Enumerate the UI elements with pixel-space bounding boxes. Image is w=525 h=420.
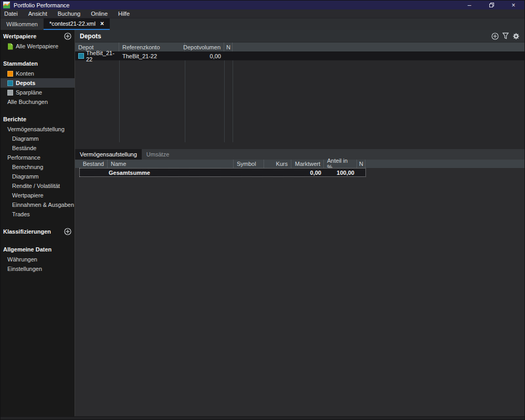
depots-square-icon bbox=[7, 80, 13, 86]
restore-button[interactable] bbox=[480, 1, 502, 9]
column-header-symbol[interactable]: Symbol bbox=[234, 160, 264, 168]
add-circle-icon[interactable] bbox=[64, 33, 71, 40]
sidebar-item-waehrungen[interactable]: Währungen bbox=[1, 255, 75, 264]
item-label: Bestände bbox=[12, 145, 36, 151]
window-controls: – × bbox=[458, 1, 524, 9]
item-label: Konten bbox=[16, 70, 34, 77]
window-bottom-edge bbox=[1, 416, 524, 419]
panel-title: Depots bbox=[80, 33, 101, 40]
column-divider bbox=[233, 51, 233, 142]
menu-hilfe[interactable]: Hilfe bbox=[113, 10, 135, 17]
gear-icon[interactable] bbox=[512, 33, 520, 40]
window-title: Portfolio Performance bbox=[14, 2, 69, 8]
column-header-filler bbox=[365, 160, 524, 168]
tab-contest-file-label: *contest21-22.xml bbox=[49, 20, 96, 27]
depots-table-header: Depot Referenzkonto Depotvolumen N bbox=[75, 43, 524, 51]
depot-square-icon bbox=[78, 53, 84, 59]
column-header-note[interactable]: N bbox=[224, 43, 233, 51]
item-label: Rendite / Volatilität bbox=[12, 183, 60, 189]
item-label: Diagramm bbox=[12, 135, 39, 142]
sidebar-item-bestaende[interactable]: Bestände bbox=[1, 143, 75, 153]
item-label: Wertpapiere bbox=[12, 192, 44, 198]
app-window: Portfolio Performance – × Datei Ansicht … bbox=[0, 0, 525, 420]
cell-referenzkonto: TheBit_21-22 bbox=[119, 51, 185, 60]
table-row-thebit[interactable]: TheBit_21-22 TheBit_21-22 0,00 bbox=[75, 51, 524, 60]
sidebar-item-berechnung[interactable]: Berechnung bbox=[1, 162, 75, 172]
total-marktwert: 0,00 bbox=[310, 170, 321, 176]
column-header-note2[interactable]: N bbox=[357, 160, 365, 168]
sidebar-item-alle-buchungen[interactable]: Alle Buchungen bbox=[1, 97, 75, 107]
sidebar-section-wertpapiere: Wertpapiere bbox=[1, 31, 75, 41]
filter-icon[interactable] bbox=[502, 33, 509, 39]
sidebar-item-rendite-volatilitaet[interactable]: Rendite / Volatilität bbox=[1, 181, 75, 191]
column-header-depotvolumen[interactable]: Depotvolumen bbox=[185, 43, 224, 51]
item-label: Depots bbox=[16, 80, 35, 86]
item-label: Performance bbox=[7, 154, 40, 161]
section-label: Allgemeine Daten bbox=[3, 246, 51, 253]
sidebar-item-performance[interactable]: Performance bbox=[1, 153, 75, 162]
sidebar-item-vermoegensaufstellung[interactable]: Vermögensaufstellung bbox=[1, 124, 75, 134]
tab-contest-file[interactable]: *contest21-22.xml × bbox=[44, 18, 110, 30]
sidebar-item-diagramm-1[interactable]: Diagramm bbox=[1, 134, 75, 143]
close-button[interactable]: × bbox=[502, 1, 524, 9]
total-anteil: 100,00 bbox=[337, 170, 354, 176]
menu-datei[interactable]: Datei bbox=[1, 10, 23, 17]
column-header-anteil[interactable]: Anteil in % bbox=[324, 160, 357, 168]
cell-depotvolumen: 0,00 bbox=[185, 51, 224, 60]
section-label: Berichte bbox=[3, 116, 26, 122]
sidebar-item-wertpapiere-bericht[interactable]: Wertpapiere bbox=[1, 191, 75, 200]
sidebar-item-einstellungen[interactable]: Einstellungen bbox=[1, 264, 75, 274]
column-header-bestand[interactable]: Bestand bbox=[75, 160, 108, 168]
sidebar-item-einnahmen-ausgaben[interactable]: Einnahmen & Ausgaben bbox=[1, 200, 75, 209]
securities-doc-icon bbox=[7, 43, 13, 50]
cell-note bbox=[224, 51, 233, 60]
holdings-table-header: Bestand Name Symbol Kurs Marktwert Antei… bbox=[75, 160, 524, 168]
panel-toolbar bbox=[491, 33, 520, 40]
column-divider bbox=[224, 51, 225, 142]
app-logo-icon bbox=[3, 2, 10, 8]
sidebar-item-depots[interactable]: Depots bbox=[1, 78, 75, 88]
sidebar: Wertpapiere Alle Wertpapiere bbox=[1, 30, 75, 416]
item-label: Diagramm bbox=[12, 173, 39, 180]
column-divider bbox=[119, 51, 120, 142]
column-header-referenzkonto[interactable]: Referenzkonto bbox=[119, 43, 185, 51]
add-circle-icon[interactable] bbox=[491, 33, 499, 40]
item-label: Einnahmen & Ausgaben bbox=[12, 202, 74, 208]
detail-tabstrip: Vermögensaufstellung Umsätze bbox=[75, 149, 524, 160]
item-label: Einstellungen bbox=[7, 266, 42, 272]
section-label: Stammdaten bbox=[3, 60, 38, 67]
sidebar-item-alle-wertpapiere[interactable]: Alle Wertpapiere bbox=[1, 41, 75, 51]
sidebar-section-berichte: Berichte bbox=[1, 114, 75, 124]
sidebar-item-trades[interactable]: Trades bbox=[1, 209, 75, 219]
item-label: Alle Buchungen bbox=[7, 99, 48, 105]
sidebar-item-diagramm-2[interactable]: Diagramm bbox=[1, 172, 75, 181]
column-header-kurs[interactable]: Kurs bbox=[264, 160, 291, 168]
empty-area bbox=[75, 177, 524, 416]
column-header-marktwert[interactable]: Marktwert bbox=[291, 160, 324, 168]
menu-buchung[interactable]: Buchung bbox=[52, 10, 86, 17]
minimize-button[interactable]: – bbox=[458, 1, 480, 9]
total-label: Gesamtsumme bbox=[109, 170, 150, 176]
tab-close-icon[interactable]: × bbox=[100, 20, 104, 27]
editor-tabstrip: Willkommen *contest21-22.xml × bbox=[1, 18, 524, 30]
sidebar-item-sparplaene[interactable]: Sparpläne bbox=[1, 88, 75, 97]
sidebar-section-allgemeine-daten: Allgemeine Daten bbox=[1, 244, 75, 255]
menu-ansicht[interactable]: Ansicht bbox=[23, 10, 52, 17]
tab-willkommen[interactable]: Willkommen bbox=[1, 18, 44, 30]
content-area: Wertpapiere Alle Wertpapiere bbox=[1, 30, 524, 416]
column-header-name[interactable]: Name bbox=[108, 160, 234, 168]
cell-depot: TheBit_21-22 bbox=[75, 51, 119, 60]
tab-vermoegensaufstellung[interactable]: Vermögensaufstellung bbox=[75, 149, 142, 160]
item-label: Alle Wertpapiere bbox=[16, 43, 58, 49]
column-divider bbox=[185, 51, 185, 142]
table-row-gesamtsumme[interactable]: Gesamtsumme 0,00 100,00 bbox=[79, 168, 366, 177]
sidebar-section-klassifizierungen: Klassifizierungen bbox=[1, 226, 75, 237]
item-label: Trades bbox=[12, 211, 30, 217]
tab-umsaetze[interactable]: Umsätze bbox=[142, 149, 174, 160]
menu-online[interactable]: Online bbox=[86, 10, 113, 17]
depots-table-body: TheBit_21-22 TheBit_21-22 0,00 bbox=[75, 51, 524, 149]
item-label: Währungen bbox=[7, 256, 37, 262]
sidebar-item-konten[interactable]: Konten bbox=[1, 69, 75, 78]
item-label: Vermögensaufstellung bbox=[7, 126, 65, 132]
add-circle-icon[interactable] bbox=[64, 228, 71, 235]
